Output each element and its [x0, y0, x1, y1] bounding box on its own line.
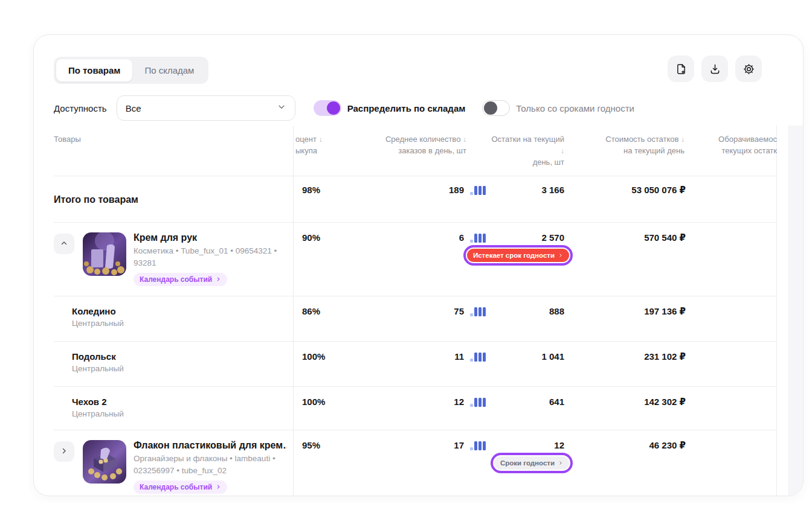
column-header-avg-orders[interactable]: Среднее количество ↓ заказов в день, шт	[339, 126, 487, 176]
buyout-value: 98%	[294, 176, 339, 222]
avg-orders-value: 75	[454, 306, 464, 316]
highlight-ring: Сроки годности	[491, 453, 573, 473]
warehouse-region: Центральный	[72, 364, 293, 373]
highlight-ring: Истекает срок годности	[463, 245, 573, 266]
avg-orders-value: 6	[459, 232, 464, 243]
availability-label: Доступность	[54, 103, 107, 113]
orders-sparkline-icon[interactable]	[470, 397, 486, 407]
orders-sparkline-icon[interactable]	[470, 352, 486, 362]
collapse-row-button[interactable]	[54, 234, 74, 254]
stock-cost-value: 53 050 076 ₽	[566, 176, 689, 222]
stock-value: 2 570	[541, 232, 564, 243]
distribute-by-warehouses-toggle[interactable]	[314, 100, 341, 116]
stock-cost-value: 231 102 ₽	[566, 342, 689, 386]
orders-sparkline-icon[interactable]	[470, 233, 486, 243]
avg-orders-value: 17	[454, 440, 464, 450]
download-icon	[709, 63, 721, 75]
stock-value: 3 166	[541, 185, 564, 195]
chevron-right-icon	[558, 459, 563, 467]
chevron-up-icon	[60, 239, 68, 249]
turnover-cell	[689, 296, 777, 341]
expiring-shelf-life-badge[interactable]: Истекает срок годности	[467, 249, 569, 262]
stock-cost-value: 570 540 ₽	[566, 223, 689, 296]
stock-table: Товары оцент ↓ ыкупа Среднее количество …	[54, 126, 777, 496]
table-row-warehouse: Подольск Центральный 100% 11 1 041 231 1…	[54, 342, 776, 387]
table-row-product: Флакон пластиковый для крем… Органайзеры…	[54, 430, 776, 496]
events-calendar-badge[interactable]: Календарь событий	[134, 481, 227, 494]
table-row-total: Итого по товарам 98% 189 3 166 53 050 07…	[54, 176, 776, 223]
table-right-gutter	[788, 126, 803, 496]
sort-desc-icon: ↓	[463, 135, 466, 144]
view-tabs: По товарам По складам	[54, 57, 208, 84]
tab-by-products[interactable]: По товарам	[56, 59, 132, 81]
file-add-icon	[675, 63, 688, 75]
toolbar	[668, 56, 762, 82]
stock-value: 888	[549, 306, 564, 316]
buyout-value: 100%	[294, 342, 339, 386]
avg-orders-value: 12	[454, 397, 464, 407]
warehouse-region: Центральный	[72, 409, 293, 418]
product-title[interactable]: Флакон пластиковый для крем…	[134, 440, 287, 451]
turnover-cell	[689, 430, 777, 496]
create-report-button[interactable]	[668, 56, 694, 82]
stock-cost-value: 142 302 ₽	[566, 387, 689, 430]
buyout-value: 100%	[294, 387, 339, 430]
expand-row-button[interactable]	[54, 441, 74, 462]
page: По товарам По складам	[0, 0, 812, 530]
stock-value: 12	[554, 440, 564, 450]
turnover-cell	[689, 176, 777, 222]
table-row-warehouse: Чехов 2 Центральный 100% 12 641 142 302 …	[54, 387, 776, 430]
chevron-right-icon	[558, 252, 563, 259]
chevron-down-icon	[277, 102, 286, 114]
chevron-right-icon	[216, 483, 221, 491]
column-header-buyout-percent[interactable]: оцент ↓ ыкупа	[294, 126, 339, 176]
stock-cost-value: 197 136 ₽	[566, 296, 689, 341]
stock-report-card: По товарам По складам	[33, 34, 804, 496]
only-expiry-toggle[interactable]	[482, 100, 510, 116]
product-image	[83, 232, 126, 276]
distribute-toggle-label: Распределить по складам	[347, 103, 466, 113]
column-header-stock[interactable]: Остатки на текущий ↓ день, шт	[487, 126, 566, 176]
buyout-value: 86%	[294, 296, 339, 341]
column-header-turnover[interactable]: Оборачиваемос текущих остатк	[689, 126, 777, 176]
column-header-products: Товары	[54, 126, 294, 176]
sort-desc-icon: ↓	[681, 135, 685, 144]
shelf-life-badge[interactable]: Сроки годности	[494, 456, 569, 470]
column-header-stock-value[interactable]: Стоимость остатков ↓ на текущий день	[566, 126, 689, 176]
gear-icon	[743, 63, 755, 75]
filter-row: Доступность Все Распределить по складам …	[54, 95, 779, 121]
product-title[interactable]: Крем для рук	[134, 232, 277, 243]
tab-by-warehouses[interactable]: По складам	[132, 59, 206, 81]
avg-orders-value: 11	[454, 351, 464, 362]
settings-button[interactable]	[735, 56, 762, 82]
buyout-value: 90%	[294, 223, 339, 296]
expiry-toggle-label: Только со сроками годности	[516, 103, 634, 113]
table-row-product: Крем для рук Косметика • Tube_fux_01 • 0…	[54, 223, 776, 296]
warehouse-region: Центральный	[72, 319, 293, 328]
table-row-warehouse: Коледино Центральный 86% 75 888 197 136 …	[54, 296, 776, 342]
buyout-value: 95%	[294, 430, 339, 496]
total-row-title: Итого по товарам	[54, 176, 294, 222]
product-image	[83, 440, 126, 484]
stock-value: 641	[549, 397, 564, 407]
download-button[interactable]	[701, 56, 728, 82]
turnover-cell	[689, 342, 777, 386]
avg-orders-value: 189	[449, 185, 464, 195]
stock-cost-value: 46 230 ₽	[566, 430, 689, 496]
events-calendar-badge[interactable]: Календарь событий	[134, 273, 227, 286]
sort-desc-icon: ↓	[319, 135, 323, 144]
availability-value: Все	[126, 103, 277, 113]
stock-value: 1 041	[541, 351, 564, 362]
availability-select[interactable]: Все	[117, 95, 295, 121]
sort-desc-icon: ↓	[561, 147, 564, 155]
turnover-cell	[689, 387, 777, 430]
orders-sparkline-icon[interactable]	[470, 441, 486, 450]
warehouse-name: Подольск	[72, 351, 293, 362]
orders-sparkline-icon[interactable]	[470, 185, 486, 195]
product-subtitle: Органайзеры и флаконы • lambeauti • 0232…	[134, 453, 287, 476]
table-header-row: Товары оцент ↓ ыкупа Среднее количество …	[54, 126, 776, 176]
turnover-cell	[689, 223, 777, 296]
warehouse-name: Чехов 2	[72, 397, 293, 407]
orders-sparkline-icon[interactable]	[470, 307, 486, 316]
toggle-knob	[327, 101, 340, 115]
